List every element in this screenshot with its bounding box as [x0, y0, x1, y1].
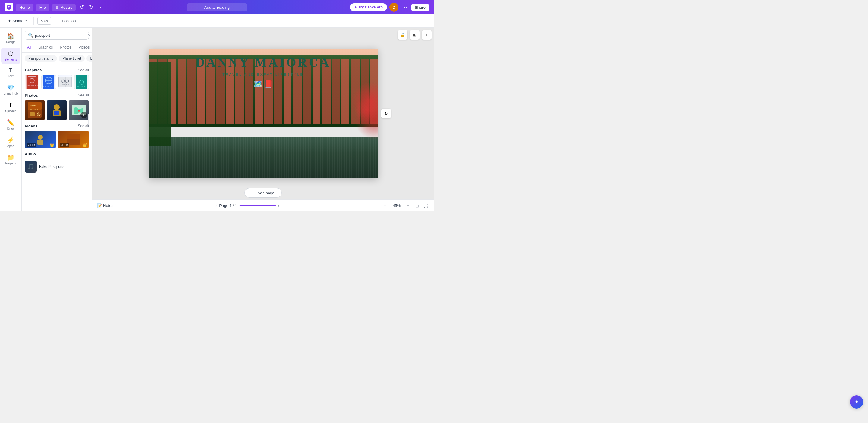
canvas-decorative-icons[interactable]: 🗺️ 📕	[253, 80, 273, 88]
apps-label: Apps	[7, 144, 14, 148]
tab-photos[interactable]: Photos	[57, 43, 74, 53]
projects-icon: 📁	[7, 154, 14, 161]
draw-icon: ✏️	[7, 119, 14, 126]
photo-item-3[interactable]: ›	[69, 100, 89, 120]
brandhub-label: Brand Hub	[4, 92, 18, 96]
home-nav-btn[interactable]: Home	[16, 4, 33, 11]
photos-see-all-btn[interactable]: See all	[78, 93, 89, 97]
tab-graphics[interactable]: Graphics	[35, 43, 56, 53]
video-item-1[interactable]: 29.0s 👑	[25, 131, 56, 148]
filter-luggage[interactable]: Luggage	[87, 55, 92, 62]
search-clear-btn[interactable]: ✕	[87, 33, 91, 38]
audio-item-1[interactable]: 🎵 Fake Passports	[25, 159, 89, 174]
tab-all[interactable]: All	[24, 43, 34, 53]
animate-btn[interactable]: ✦ Animate	[5, 18, 30, 24]
graphic-item-1[interactable]: PASSPORT	[25, 75, 39, 90]
file-nav-btn[interactable]: File	[36, 4, 50, 11]
design-label: Design	[6, 40, 16, 44]
canvas-frame: DANNY MAIORCA TRAVEL AND EXPAT LIFESTYLE…	[149, 49, 378, 178]
canvas-workspace[interactable]: 🔒 ⊞ ＋ DANNY MAIORCA TRAVEL AND EXPAT L	[92, 28, 434, 199]
search-bar: 🔍 ✕ ⚙	[25, 31, 89, 40]
tab-videos[interactable]: Videos	[76, 43, 92, 53]
undo-btn[interactable]: ↺	[79, 3, 85, 12]
water-reflections	[149, 137, 378, 178]
photo-item-2[interactable]	[47, 100, 67, 120]
svg-text:PASSPORT: PASSPORT	[30, 108, 39, 110]
videos-section-header: Videos See all	[25, 124, 89, 128]
videos-see-all-btn[interactable]: See all	[78, 124, 89, 128]
photo-item-1[interactable]: WORLD PASSPORT ⊕	[25, 100, 45, 120]
bottom-bar: 📝 Notes ‹ Page 1 / 1 › − 45% ＋ ⊟ ⛶	[92, 199, 434, 212]
redo-btn[interactable]: ↻	[88, 3, 95, 12]
canvas-right-action-btn[interactable]: ↻	[381, 109, 391, 119]
topbar-center: Add a heading	[113, 3, 321, 11]
map-icon: 🗺️	[253, 80, 262, 88]
more-options-btn[interactable]: ⋯	[401, 3, 409, 12]
graphics-see-all-btn[interactable]: See all	[78, 68, 89, 72]
sidebar-item-uploads[interactable]: ⬆ Uploads	[1, 99, 21, 116]
sidebar-icons: 🏠 Design ⬡ Elements T Text 💎 Brand Hub ⬆…	[0, 28, 22, 212]
lock-tool-btn[interactable]: 🔒	[398, 30, 407, 40]
add-page-area: ＋ Add page	[92, 188, 434, 199]
sidebar-item-brandhub[interactable]: 💎 Brand Hub	[1, 82, 21, 98]
video-item-2[interactable]: 20.0s 👑	[58, 131, 89, 148]
filter-plane-ticket[interactable]: Plane ticket	[59, 55, 85, 62]
filter-passport-stamp[interactable]: Passport stamp	[25, 55, 57, 62]
sidebar-item-apps[interactable]: ⚡ Apps	[1, 134, 21, 150]
svg-rect-3	[28, 76, 36, 77]
notes-btn[interactable]: 📝 Notes	[97, 203, 113, 208]
sidebar-item-projects[interactable]: 📁 Projects	[1, 152, 21, 168]
page-progress-bar	[240, 205, 276, 206]
zoom-in-btn[interactable]: ＋	[404, 202, 412, 209]
page-next-btn[interactable]: ›	[278, 203, 280, 208]
sep-2	[55, 18, 55, 25]
hide-panel-btn[interactable]: ‹	[88, 114, 92, 125]
svg-rect-33	[37, 140, 43, 144]
sidebar-item-text[interactable]: T Text	[1, 65, 21, 80]
flowers-right	[343, 75, 378, 139]
grid-tool-btn[interactable]: ⊞	[410, 30, 420, 40]
graphic-item-3[interactable]: WORLD PASS	[58, 75, 73, 90]
grid-view-btn[interactable]: ⊟	[414, 202, 420, 209]
heading-input[interactable]: Add a heading	[187, 3, 247, 11]
topbar: C Home File ⊞ Resize ↺ ↻ ··· Add a headi…	[0, 0, 434, 14]
panel-tabs: All Graphics Photos Videos Audio	[22, 43, 92, 53]
video-2-crown: 👑	[83, 143, 87, 147]
projects-label: Projects	[5, 162, 16, 165]
zoom-out-btn[interactable]: −	[381, 202, 389, 209]
add-tool-btn[interactable]: ＋	[422, 30, 432, 40]
design-icon: 🏠	[7, 33, 14, 40]
subtoolbar: ✦ Animate 5.0s Position	[0, 14, 434, 28]
graphic-item-2[interactable]: PASSPORT	[41, 75, 56, 90]
sidebar-item-draw[interactable]: ✏️ Draw	[1, 117, 21, 133]
photos-section-title: Photos	[25, 93, 38, 98]
resize-nav-btn[interactable]: ⊞ Resize	[52, 4, 76, 11]
canvas-top-tools: 🔒 ⊞ ＋	[398, 30, 432, 40]
search-input[interactable]	[35, 33, 86, 38]
panel-content: Graphics See all PASSPORT	[22, 64, 92, 212]
try-pro-btn[interactable]: ✦ Try Canva Pro	[350, 3, 387, 11]
canvas-main-title[interactable]: DANNY MAIORCA	[195, 55, 331, 70]
notes-icon: 📝	[97, 203, 102, 208]
add-page-btn[interactable]: ＋ Add page	[244, 188, 282, 198]
share-btn[interactable]: Share	[411, 4, 429, 11]
more-btn[interactable]: ···	[97, 3, 104, 12]
graphic-item-4[interactable]: PASSPORT	[74, 75, 89, 90]
position-btn[interactable]: Position	[59, 18, 79, 24]
sidebar-item-elements[interactable]: ⬡ Elements	[1, 47, 21, 64]
share-label: Share	[415, 5, 426, 10]
svg-text:⊕: ⊕	[36, 111, 41, 117]
animate-label: Animate	[12, 19, 27, 23]
fullscreen-btn[interactable]: ⛶	[423, 202, 429, 209]
page-prev-btn[interactable]: ‹	[216, 203, 217, 208]
audio-section-title: Audio	[25, 152, 36, 156]
home-button[interactable]: C	[5, 3, 13, 11]
user-avatar[interactable]: D	[390, 3, 398, 12]
apps-icon: ⚡	[7, 136, 14, 144]
sidebar-item-design[interactable]: 🏠 Design	[1, 30, 21, 46]
canvas-subtitle[interactable]: TRAVEL AND EXPAT LIFESTYLE	[222, 73, 304, 76]
svg-point-31	[78, 110, 80, 112]
graphics-section-header: Graphics See all	[25, 68, 89, 72]
duration-display[interactable]: 5.0s	[37, 17, 52, 25]
videos-section-title: Videos	[25, 124, 37, 128]
